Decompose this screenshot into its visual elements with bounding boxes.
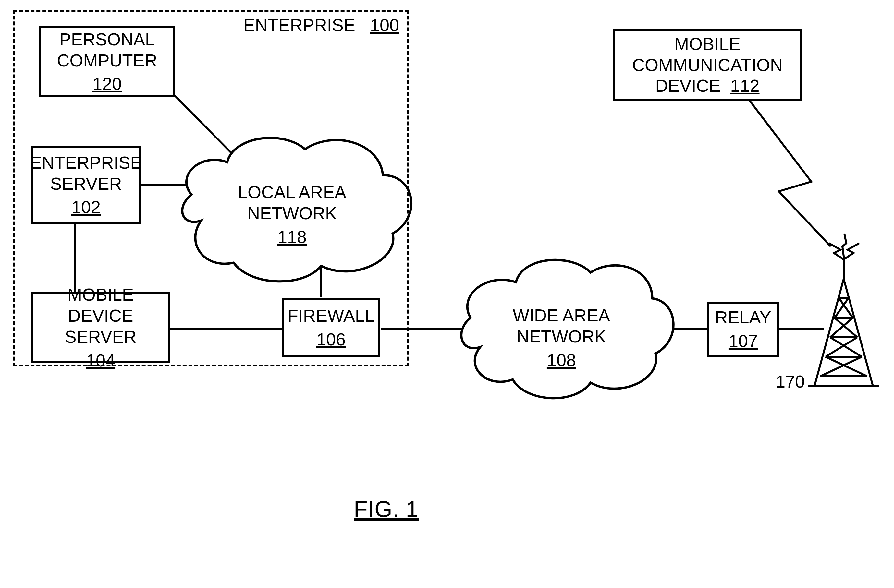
- wireless-link-icon: [750, 101, 831, 246]
- svg-line-19: [830, 318, 853, 337]
- enterprise-server-label: ENTERPRISE SERVER: [30, 152, 142, 194]
- personal-computer-box: PERSONAL COMPUTER 120: [39, 26, 175, 97]
- relay-ref: 107: [728, 330, 758, 351]
- mobile-device-server-ref: 104: [86, 350, 115, 371]
- mobile-comm-device-ref: 112: [730, 76, 759, 95]
- enterprise-label-text: ENTERPRISE: [243, 15, 355, 35]
- lan-cloud-label: LOCAL AREA NETWORK 118: [234, 182, 350, 247]
- svg-line-16: [839, 299, 853, 318]
- enterprise-ref: 100: [370, 15, 399, 35]
- firewall-label: FIREWALL: [287, 305, 375, 326]
- figure-caption: FIG. 1: [354, 496, 418, 522]
- wan-cloud-label: WIDE AREA NETWORK 108: [506, 305, 616, 370]
- diagram-canvas: ENTERPRISE 100 PERSONAL COMPUTER 120 ENT…: [0, 0, 894, 588]
- svg-line-20: [830, 337, 862, 357]
- mobile-device-server-box: MOBILE DEVICE SERVER 104: [31, 292, 171, 363]
- mobile-comm-device-label: MOBILE COMMUNICATION DEVICE 112: [621, 33, 794, 96]
- enterprise-server-ref: 102: [71, 196, 101, 218]
- wan-ref: 108: [506, 350, 616, 371]
- svg-line-8: [814, 279, 844, 386]
- personal-computer-ref: 120: [92, 73, 122, 94]
- svg-line-18: [835, 318, 857, 337]
- tower-ref: 170: [776, 371, 805, 392]
- svg-line-23: [820, 357, 862, 376]
- lan-ref: 118: [234, 226, 350, 247]
- svg-line-22: [826, 357, 867, 376]
- wan-label-text: WIDE AREA NETWORK: [513, 306, 610, 346]
- firewall-box: FIREWALL 106: [282, 299, 380, 357]
- mobile-comm-device-box: MOBILE COMMUNICATION DEVICE 112: [613, 29, 802, 101]
- svg-line-21: [826, 337, 857, 357]
- personal-computer-label: PERSONAL COMPUTER: [46, 29, 168, 71]
- enterprise-label: ENTERPRISE 100: [243, 15, 399, 35]
- firewall-ref: 106: [316, 329, 346, 350]
- enterprise-server-box: ENTERPRISE SERVER 102: [31, 146, 141, 224]
- relay-box: RELAY 107: [707, 302, 779, 357]
- lan-label-text: LOCAL AREA NETWORK: [238, 182, 346, 223]
- svg-line-9: [844, 279, 873, 386]
- mobile-comm-device-label-text: MOBILE COMMUNICATION DEVICE: [632, 34, 783, 96]
- svg-line-17: [835, 299, 848, 318]
- relay-label: RELAY: [715, 307, 771, 328]
- cell-tower-icon: [808, 234, 879, 386]
- mobile-device-server-label: MOBILE DEVICE SERVER: [38, 284, 163, 347]
